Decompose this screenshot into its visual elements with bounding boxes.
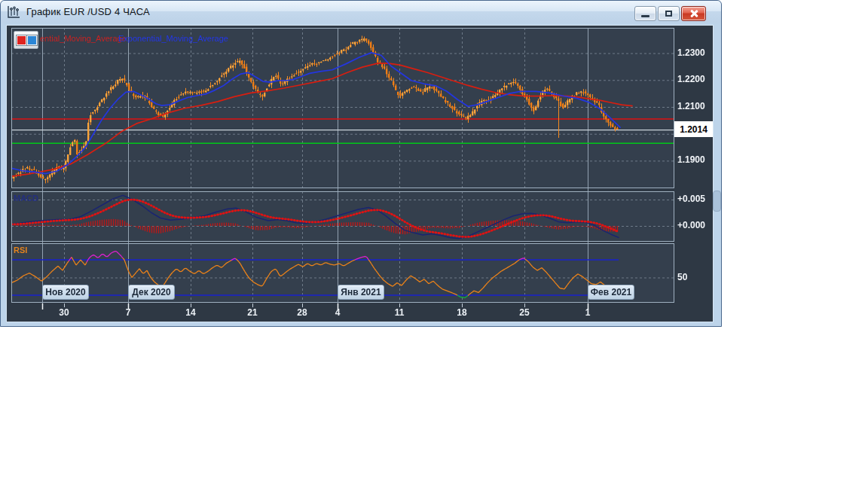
macd-axis-label: +0.005	[677, 194, 717, 204]
current-price-value: 1.2014	[680, 124, 708, 135]
current-price-tag: 1.2014	[674, 121, 713, 137]
macd-panel-label: MACD	[14, 194, 38, 203]
x-axis-tick-label: 1	[577, 307, 598, 318]
ma-red-swatch-icon	[17, 35, 26, 45]
month-marker-button: Дек 2020	[128, 285, 175, 300]
month-marker-button: Фев 2021	[588, 285, 634, 300]
month-marker-button: Янв 2021	[338, 285, 384, 300]
minimize-button[interactable]	[634, 6, 656, 21]
chart-surface[interactable]: ential_Moving_Average Exponential_Moving…	[7, 26, 713, 322]
chart-client-area: ential_Moving_Average Exponential_Moving…	[1, 23, 722, 327]
legend-label-blue-ma: Exponential_Moving_Average	[118, 34, 228, 43]
price-axis-label: 1.2100	[677, 101, 717, 111]
x-axis-tick-label: 28	[292, 307, 313, 318]
maximize-button[interactable]	[658, 6, 680, 21]
maximize-icon	[665, 11, 672, 17]
x-axis-tick-label: 7	[118, 307, 139, 318]
x-axis-tick-label: 25	[514, 307, 535, 318]
price-axis-label: 1.1900	[677, 154, 717, 165]
legend-label-red-ma: ential_Moving_Average	[40, 34, 127, 43]
chart-window: График EUR /USD 4 ЧАСА ential_Moving_Ave…	[0, 0, 722, 327]
minimize-icon	[641, 15, 649, 17]
indicator-legend[interactable]	[14, 31, 38, 49]
window-controls	[634, 6, 706, 21]
x-axis-tick-label: 11	[389, 307, 410, 318]
x-axis-tick-label: 18	[451, 307, 472, 318]
month-marker-button: Нов 2020	[42, 285, 89, 300]
window-title: График EUR /USD 4 ЧАСА	[26, 6, 150, 17]
price-axis-label: 1.2200	[677, 74, 717, 84]
chart-canvas[interactable]	[7, 26, 713, 322]
candlestick-chart-icon	[7, 5, 21, 20]
close-button[interactable]	[681, 6, 706, 21]
x-axis-tick-label: 4	[327, 307, 348, 318]
window-titlebar[interactable]: График EUR /USD 4 ЧАСА	[1, 1, 721, 23]
ma-blue-swatch-icon	[27, 35, 37, 45]
macd-axis-label: +0.000	[677, 220, 717, 230]
rsi-axis-label: 50	[677, 272, 717, 282]
price-axis-label: 1.2300	[677, 47, 717, 58]
x-axis-tick-label: 21	[242, 307, 263, 318]
rsi-panel-label: RSI	[14, 246, 27, 255]
x-axis-tick-label: 14	[180, 307, 201, 318]
x-axis-tick-label: 30	[53, 307, 75, 318]
close-icon	[689, 9, 698, 18]
